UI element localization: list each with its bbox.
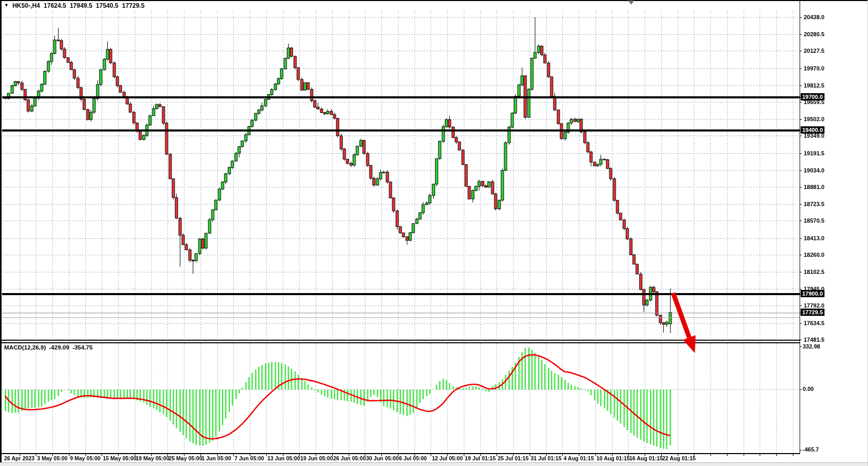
mt4-chart-window: ▼ HK50-,H4 17624.5 17949.5 17540.5 17729… [0,0,868,466]
symbol-period-label: HK50-,H4 [12,2,40,9]
ohlc-high: 17949.5 [70,2,92,9]
ohlc-open: 17624.5 [44,2,66,9]
ohlc-close: 17729.5 [122,2,144,9]
ohlc-low: 17540.5 [96,2,118,9]
price-chart-canvas[interactable] [0,0,868,466]
symbol-dropdown-icon[interactable]: ▼ [4,3,9,8]
chart-header: ▼ HK50-,H4 17624.5 17949.5 17540.5 17729… [4,2,145,9]
